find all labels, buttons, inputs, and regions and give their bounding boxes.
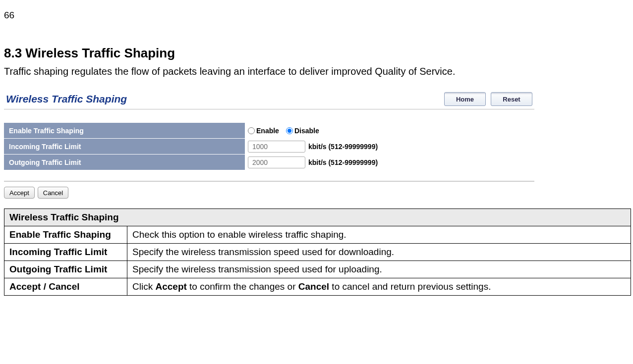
desc-val-mid: to confirm the changes or	[187, 281, 298, 292]
screenshot-title: Wireless Traffic Shaping	[6, 93, 127, 105]
value-incoming-limit: kbit/s (512-99999999)	[245, 141, 534, 153]
section-heading: 8.3 Wireless Traffic Shaping	[4, 46, 629, 61]
label-incoming-limit: Incoming Traffic Limit	[4, 139, 245, 154]
table-row: Accept / Cancel Click Accept to confirm …	[4, 278, 631, 296]
cancel-button[interactable]: Cancel	[38, 187, 68, 199]
row-enable-traffic-shaping: Enable Traffic Shaping Enable Disable	[4, 122, 534, 138]
radio-disable-text: Disable	[294, 127, 319, 135]
row-outgoing-limit: Outgoing Traffic Limit kbit/s (512-99999…	[4, 154, 534, 170]
desc-val-pre: Click	[132, 281, 155, 292]
table-header-row: Wireless Traffic Shaping	[4, 209, 631, 226]
desc-key: Incoming Traffic Limit	[4, 244, 127, 261]
table-row: Enable Traffic Shaping Check this option…	[4, 226, 631, 244]
table-header: Wireless Traffic Shaping	[4, 209, 631, 226]
action-buttons: Accept Cancel	[4, 187, 534, 199]
incoming-limit-suffix: kbit/s (512-99999999)	[308, 143, 378, 151]
desc-val-b1: Accept	[155, 281, 186, 292]
desc-key: Accept / Cancel	[4, 278, 127, 296]
label-enable-traffic-shaping: Enable Traffic Shaping	[4, 123, 245, 138]
label-outgoing-limit: Outgoing Traffic Limit	[4, 155, 245, 170]
desc-val: Specify the wireless transmission speed …	[127, 244, 631, 261]
radio-disable-label[interactable]: Disable	[286, 127, 319, 135]
value-outgoing-limit: kbit/s (512-99999999)	[245, 156, 534, 168]
outgoing-limit-suffix: kbit/s (512-99999999)	[308, 158, 378, 166]
incoming-limit-input[interactable]	[248, 141, 305, 153]
nav-buttons: Home Reset	[444, 92, 532, 106]
accept-button[interactable]: Accept	[4, 187, 35, 199]
desc-val: Specify the wireless transmission speed …	[127, 261, 631, 278]
config-form: Enable Traffic Shaping Enable Disable In…	[4, 122, 534, 182]
desc-val-post: to cancel and return previous settings.	[329, 281, 491, 292]
radio-disable[interactable]	[286, 127, 293, 134]
description-table: Wireless Traffic Shaping Enable Traffic …	[4, 208, 631, 296]
section-intro: Traffic shaping regulates the flow of pa…	[4, 66, 629, 77]
radio-enable-text: Enable	[256, 127, 279, 135]
screenshot-header: Wireless Traffic Shaping Home Reset	[4, 89, 534, 109]
page-number: 66	[4, 10, 629, 21]
desc-key: Outgoing Traffic Limit	[4, 261, 127, 278]
desc-key: Enable Traffic Shaping	[4, 226, 127, 244]
desc-val: Check this option to enable wireless tra…	[127, 226, 631, 244]
desc-val: Click Accept to confirm the changes or C…	[127, 278, 631, 296]
outgoing-limit-input[interactable]	[248, 156, 305, 168]
radio-enable-label[interactable]: Enable	[248, 127, 279, 135]
config-screenshot: Wireless Traffic Shaping Home Reset Enab…	[4, 89, 534, 199]
reset-button[interactable]: Reset	[491, 92, 532, 106]
table-row: Outgoing Traffic Limit Specify the wirel…	[4, 261, 631, 278]
table-row: Incoming Traffic Limit Specify the wirel…	[4, 244, 631, 261]
home-button[interactable]: Home	[444, 92, 486, 106]
radio-enable[interactable]	[248, 127, 255, 134]
row-incoming-limit: Incoming Traffic Limit kbit/s (512-99999…	[4, 138, 534, 154]
desc-val-b2: Cancel	[298, 281, 329, 292]
value-enable-traffic-shaping: Enable Disable	[245, 127, 534, 135]
